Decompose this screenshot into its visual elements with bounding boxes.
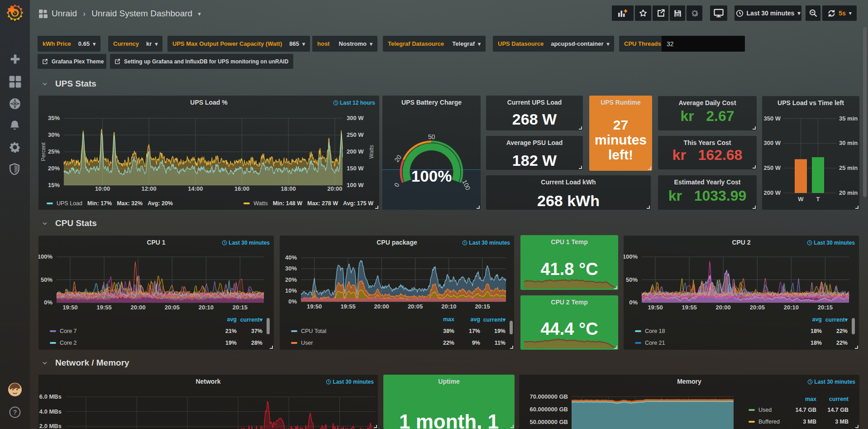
svg-text:25%: 25%	[48, 148, 60, 155]
svg-text:200 W: 200 W	[763, 189, 781, 196]
svg-text:35 min: 35 min	[839, 115, 858, 122]
svg-text:250 W: 250 W	[763, 164, 781, 171]
svg-text:70.000000 GB: 70.000000 GB	[529, 393, 568, 400]
svg-text:250 W: 250 W	[347, 131, 364, 138]
svg-text:50: 50	[428, 133, 435, 140]
svg-text:Watts: Watts	[368, 145, 375, 159]
svg-text:20:00: 20:00	[327, 185, 342, 192]
svg-text:20 min: 20 min	[839, 189, 858, 196]
svg-text:200 W: 200 W	[347, 148, 364, 155]
svg-text:25 min: 25 min	[839, 164, 858, 171]
svg-text:W: W	[798, 196, 804, 202]
svg-text:50.000000 GB: 50.000000 GB	[529, 419, 568, 425]
svg-text:30%: 30%	[48, 131, 60, 138]
svg-text:30 min: 30 min	[839, 140, 858, 146]
svg-text:6.0 MBs: 6.0 MBs	[39, 393, 62, 400]
svg-text:300 W: 300 W	[347, 115, 364, 121]
svg-text:14:00: 14:00	[188, 185, 203, 192]
svg-text:12:00: 12:00	[142, 185, 157, 192]
svg-text:2.0 MBs: 2.0 MBs	[39, 423, 62, 429]
svg-text:15%: 15%	[48, 182, 60, 188]
svg-text:300 W: 300 W	[763, 140, 781, 146]
svg-text:20%: 20%	[48, 165, 60, 172]
svg-text:35%: 35%	[48, 115, 60, 121]
svg-text:150 W: 150 W	[347, 165, 364, 172]
svg-text:?: ?	[13, 409, 17, 416]
svg-text:16:00: 16:00	[234, 185, 249, 192]
svg-text:100 W: 100 W	[347, 182, 364, 188]
svg-text:T: T	[816, 196, 820, 202]
svg-text:60.000000 GB: 60.000000 GB	[529, 406, 568, 413]
svg-text:20: 20	[393, 154, 403, 164]
svg-text:Percent: Percent	[40, 142, 47, 161]
svg-text:18:00: 18:00	[281, 185, 296, 192]
svg-text:4.0 MBs: 4.0 MBs	[39, 408, 62, 415]
svg-text:10:00: 10:00	[95, 185, 110, 192]
svg-text:350 W: 350 W	[763, 115, 781, 122]
